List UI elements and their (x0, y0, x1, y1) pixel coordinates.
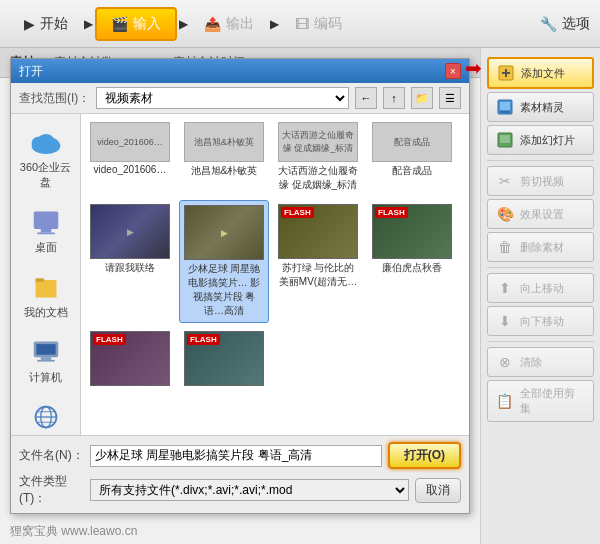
nav-folder-button[interactable]: 📁 (411, 87, 433, 109)
list-item[interactable]: 配音成品 配音成品 (367, 118, 457, 196)
nav-up-button[interactable]: ↑ (383, 87, 405, 109)
move-up-button[interactable]: ⬆ 向上移动 (487, 273, 594, 303)
start-label: 开始 (40, 15, 68, 33)
svg-rect-12 (37, 360, 55, 362)
file-label: 廉伯虎点秋香 (382, 261, 442, 275)
delete-button[interactable]: 🗑 删除素材 (487, 232, 594, 262)
location-dropdown[interactable]: 视频素材 (96, 87, 349, 109)
file-label: 少林足球 周星驰电影搞笑片… 影视搞笑片段 粤语…高清 (184, 262, 264, 318)
cancel-button[interactable]: 取消 (415, 478, 461, 503)
output-label: 输出 (226, 15, 254, 33)
list-item[interactable]: FLASH 苏打绿 与伦比的美丽MV(超清无… (273, 200, 363, 323)
input-icon: 🎬 (111, 16, 128, 32)
list-item[interactable]: 池昌旭&朴敏英 池昌旭&朴敏英 (179, 118, 269, 196)
effect-label: 效果设置 (520, 207, 564, 222)
toolbar-arrow3: ▶ (270, 17, 279, 31)
clear-button[interactable]: ⊗ 清除 (487, 347, 594, 377)
move-down-label: 向下移动 (520, 314, 564, 329)
svg-rect-4 (33, 212, 58, 230)
clear-label: 清除 (520, 355, 542, 370)
cut-label: 剪切视频 (520, 174, 564, 189)
material-wizard-label: 素材精灵 (520, 100, 564, 115)
filename-row: 文件名(N)： 打开(O) (19, 442, 461, 469)
svg-rect-6 (37, 233, 55, 235)
open-button[interactable]: 打开(O) (388, 442, 461, 469)
input-label: 输入 (133, 15, 161, 33)
file-thumb-text: 池昌旭&朴敏英 (184, 122, 264, 162)
sidebar-mydocs[interactable]: 我的文档 (16, 267, 76, 324)
dialog-close-button[interactable]: × (445, 63, 461, 79)
sidebar-cloud[interactable]: 360企业云盘 (16, 122, 76, 194)
list-item[interactable]: ▶ 少林足球 周星驰电影搞笑片… 影视搞笑片段 粤语…高清 (179, 200, 269, 323)
file-label: 请跟我联络 (105, 261, 155, 275)
filename-label: 文件名(N)： (19, 447, 84, 464)
move-down-button[interactable]: ⬇ 向下移动 (487, 306, 594, 336)
move-down-icon: ⬇ (496, 312, 514, 330)
material-wizard-icon (496, 98, 514, 116)
svg-rect-25 (500, 135, 510, 143)
add-ppt-label: 添加幻灯片 (520, 133, 575, 148)
toolbar: ▶ 开始 ▶ 🎬 输入 ▶ 📤 输出 ▶ 🎞 编码 🔧 选项 (0, 0, 600, 48)
add-ppt-button[interactable]: 添加幻灯片 (487, 125, 594, 155)
mydocs-icon (30, 271, 62, 303)
list-item[interactable]: video_201606… video_201606… (85, 118, 175, 196)
file-label: 大话西游之仙履奇缘 促成姻缘_标清 (277, 164, 359, 192)
nav-view-button[interactable]: ☰ (439, 87, 461, 109)
dialog-titlebar: 打开 × (11, 59, 469, 83)
toolbar-options[interactable]: 🔧 选项 (540, 15, 590, 33)
cloud-label: 360企业云盘 (20, 160, 72, 190)
toolbar-output[interactable]: 📤 输出 (190, 9, 268, 39)
toolbar-encode[interactable]: 🎞 编码 (281, 9, 356, 39)
dialog-files-area: video_201606… video_201606… 池昌旭&朴敏英 池昌旭&… (81, 114, 469, 435)
desktop-icon (30, 206, 62, 238)
list-item[interactable]: FLASH (179, 327, 269, 392)
sidebar-computer[interactable]: 计算机 (16, 332, 76, 389)
file-label: 苏打绿 与伦比的美丽MV(超清无… (277, 261, 359, 289)
separator-1 (487, 160, 594, 161)
nav-back-button[interactable]: ← (355, 87, 377, 109)
list-item[interactable]: 大话西游之仙履奇缘 促成姻缘_标清 大话西游之仙履奇缘 促成姻缘_标清 (273, 118, 363, 196)
cloud-icon (30, 126, 62, 158)
computer-icon (30, 336, 62, 368)
move-up-icon: ⬆ (496, 279, 514, 297)
separator-2 (487, 267, 594, 268)
svg-point-3 (38, 134, 54, 147)
clear-icon: ⊗ (496, 353, 514, 371)
encode-label: 编码 (314, 15, 342, 33)
toolbar-start[interactable]: ▶ 开始 (10, 9, 82, 39)
right-sidebar: ➡ 添加文件 素材精灵 (480, 48, 600, 544)
svg-rect-10 (36, 344, 55, 355)
filename-input[interactable] (90, 445, 382, 467)
list-item[interactable]: FLASH 廉伯虎点秋香 (367, 200, 457, 323)
start-icon: ▶ (24, 16, 35, 32)
toolbar-input[interactable]: 🎬 输入 (95, 7, 177, 41)
material-wizard-button[interactable]: 素材精灵 (487, 92, 594, 122)
filetype-label: 文件类型(T)： (19, 473, 84, 507)
file-label: video_201606… (94, 164, 167, 175)
sidebar-desktop[interactable]: 桌面 (16, 202, 76, 259)
svg-rect-7 (35, 280, 56, 298)
main-area: 素材 素材合计数： 0 素材合计时间： 0 打开 × 查找范围(I)： 视频素材 (0, 48, 600, 544)
effect-icon: 🎨 (496, 205, 514, 223)
dialog-toolbar: 查找范围(I)： 视频素材 ← ↑ 📁 ☰ (11, 83, 469, 114)
list-item[interactable]: ▶ 请跟我联络 (85, 200, 175, 323)
flash-thumbnail4: FLASH (184, 331, 264, 386)
file-thumb-text: 大话西游之仙履奇缘 促成姻缘_标清 (278, 122, 358, 162)
add-file-button[interactable]: 添加文件 (487, 57, 594, 89)
svg-rect-22 (500, 102, 510, 110)
sidebar-network[interactable]: 网络 (16, 397, 76, 435)
use-all-label: 全部使用剪集 (520, 386, 585, 416)
dialog-bottom: 文件名(N)： 打开(O) 文件类型(T)： 所有支持文件(*.divx;*.a… (11, 435, 469, 513)
cut-button[interactable]: ✂ 剪切视频 (487, 166, 594, 196)
flash-thumbnail: FLASH (278, 204, 358, 259)
mydocs-label: 我的文档 (24, 305, 68, 320)
network-icon (30, 401, 62, 433)
effect-button[interactable]: 🎨 效果设置 (487, 199, 594, 229)
wrench-icon: 🔧 (540, 16, 557, 32)
filetype-dropdown[interactable]: 所有支持文件(*.divx;*.avi;*.avi;*.mod (90, 479, 409, 501)
file-grid: video_201606… video_201606… 池昌旭&朴敏英 池昌旭&… (85, 118, 465, 392)
use-all-button[interactable]: 📋 全部使用剪集 (487, 380, 594, 422)
list-item[interactable]: FLASH (85, 327, 175, 392)
file-thumb-text: video_201606… (90, 122, 170, 162)
toolbar-arrow2: ▶ (179, 17, 188, 31)
